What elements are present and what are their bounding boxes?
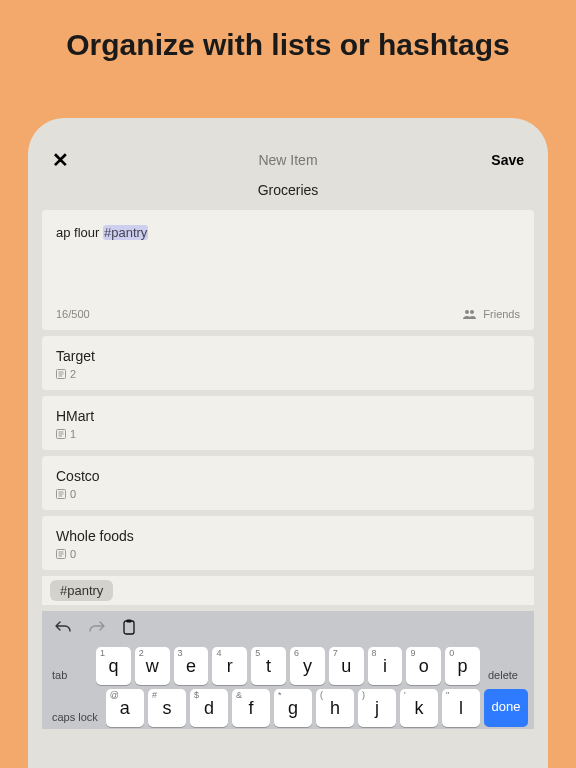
list-item[interactable]: Costco 0 xyxy=(42,456,534,510)
list-icon xyxy=(56,429,66,439)
done-key[interactable]: done xyxy=(484,689,528,727)
key-e[interactable]: 3e xyxy=(174,647,209,685)
topbar-title: New Item xyxy=(28,152,548,168)
tab-key[interactable]: tab xyxy=(48,647,92,685)
key-w[interactable]: 2w xyxy=(135,647,170,685)
list-count: 0 xyxy=(70,488,76,500)
keyboard-row-2: caps lock @a #s $d &f *g (h )j 'k "l don… xyxy=(46,687,530,729)
content-area: ap flour #pantry 16/500 Friends Target 2… xyxy=(38,210,538,768)
list-name-header: Groceries xyxy=(38,178,538,210)
list-count: 0 xyxy=(70,548,76,560)
keyboard: tab 1q 2w 3e 4r 5t 6y 7u 8i 9o 0p delete… xyxy=(42,611,534,729)
key-y[interactable]: 6y xyxy=(290,647,325,685)
key-d[interactable]: $d xyxy=(190,689,228,727)
key-k[interactable]: 'k xyxy=(400,689,438,727)
key-l[interactable]: "l xyxy=(442,689,480,727)
svg-point-1 xyxy=(470,310,474,314)
compose-plain-text: ap flour xyxy=(56,225,103,240)
char-counter: 16/500 xyxy=(56,308,90,320)
delete-key[interactable]: delete xyxy=(484,647,528,685)
undo-icon[interactable] xyxy=(54,620,72,638)
list-icon xyxy=(56,369,66,379)
list-item[interactable]: Whole foods 0 xyxy=(42,516,534,570)
key-r[interactable]: 4r xyxy=(212,647,247,685)
svg-rect-18 xyxy=(124,621,134,634)
list-item[interactable]: HMart 1 xyxy=(42,396,534,450)
list-name: Whole foods xyxy=(56,528,520,544)
list-icon xyxy=(56,489,66,499)
keyboard-row-1: tab 1q 2w 3e 4r 5t 6y 7u 8i 9o 0p delete xyxy=(46,645,530,687)
redo-icon[interactable] xyxy=(88,620,106,638)
key-f[interactable]: &f xyxy=(232,689,270,727)
key-s[interactable]: #s xyxy=(148,689,186,727)
list-icon xyxy=(56,549,66,559)
svg-point-0 xyxy=(465,310,469,314)
device-frame: ✕ New Item Save Groceries ap flour #pant… xyxy=(28,118,548,768)
svg-rect-19 xyxy=(127,620,132,623)
list-item[interactable]: Target 2 xyxy=(42,336,534,390)
compose-card[interactable]: ap flour #pantry 16/500 Friends xyxy=(42,210,534,330)
close-button[interactable]: ✕ xyxy=(52,148,76,172)
key-i[interactable]: 8i xyxy=(368,647,403,685)
key-u[interactable]: 7u xyxy=(329,647,364,685)
list-name: HMart xyxy=(56,408,520,424)
list-name: Target xyxy=(56,348,520,364)
suggestion-pill[interactable]: #pantry xyxy=(50,580,113,601)
clipboard-icon[interactable] xyxy=(122,619,136,639)
save-button[interactable]: Save xyxy=(491,152,524,168)
suggestion-bar: #pantry xyxy=(42,576,534,605)
key-p[interactable]: 0p xyxy=(445,647,480,685)
people-icon xyxy=(463,309,477,319)
list-name: Costco xyxy=(56,468,520,484)
key-a[interactable]: @a xyxy=(106,689,144,727)
key-t[interactable]: 5t xyxy=(251,647,286,685)
caps-lock-key[interactable]: caps lock xyxy=(48,689,102,727)
compose-hashtag: #pantry xyxy=(103,225,148,240)
list-count: 1 xyxy=(70,428,76,440)
compose-text[interactable]: ap flour #pantry xyxy=(56,224,520,242)
marketing-title: Organize with lists or hashtags xyxy=(0,0,576,86)
key-j[interactable]: )j xyxy=(358,689,396,727)
key-g[interactable]: *g xyxy=(274,689,312,727)
share-scope-label: Friends xyxy=(483,308,520,320)
key-h[interactable]: (h xyxy=(316,689,354,727)
topbar: ✕ New Item Save xyxy=(38,138,538,178)
list-count: 2 xyxy=(70,368,76,380)
key-o[interactable]: 9o xyxy=(406,647,441,685)
key-q[interactable]: 1q xyxy=(96,647,131,685)
share-scope-button[interactable]: Friends xyxy=(463,308,520,320)
